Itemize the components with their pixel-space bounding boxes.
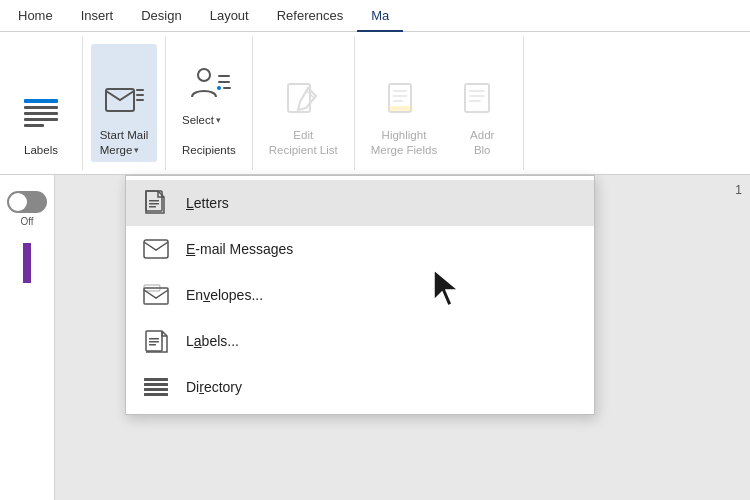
svg-rect-34	[149, 344, 156, 346]
tab-design[interactable]: Design	[127, 0, 195, 31]
directory-icon	[142, 373, 170, 401]
svg-rect-19	[389, 106, 411, 111]
svg-point-12	[217, 86, 221, 90]
address-icon	[457, 74, 507, 124]
ribbon-group-edit: Edit Recipient List	[253, 36, 355, 170]
menu-item-letters[interactable]: Letters	[126, 180, 594, 226]
svg-rect-38	[144, 393, 168, 396]
purple-bar	[23, 243, 31, 283]
start-mail-dropdown-arrow: ▾	[134, 145, 139, 157]
menu-item-envelopes-label: Envelopes...	[186, 287, 263, 303]
svg-rect-8	[136, 99, 144, 101]
svg-rect-7	[136, 94, 144, 96]
labels-icon	[16, 89, 66, 139]
menu-item-labels-menu[interactable]: Labels...	[126, 318, 594, 364]
menu-item-email-label: E-mail Messages	[186, 241, 293, 257]
email-icon	[142, 235, 170, 263]
svg-rect-29	[144, 288, 168, 304]
svg-rect-35	[144, 378, 168, 381]
svg-rect-25	[149, 200, 159, 202]
svg-rect-11	[218, 81, 230, 83]
menu-item-envelopes[interactable]: Envelopes...	[126, 272, 594, 318]
svg-rect-21	[469, 90, 485, 92]
svg-rect-33	[149, 341, 159, 343]
svg-rect-10	[218, 75, 230, 77]
svg-rect-2	[24, 112, 58, 115]
tab-insert[interactable]: Insert	[67, 0, 128, 31]
menu-item-email-messages[interactable]: E-mail Messages	[126, 226, 594, 272]
tab-bar: Home Insert Design Layout References Ma	[0, 0, 750, 32]
svg-rect-28	[144, 240, 168, 258]
svg-rect-37	[144, 388, 168, 391]
svg-rect-32	[149, 338, 159, 340]
start-mail-merge-label: Start Mail Merge ▾	[100, 128, 149, 158]
svg-rect-3	[24, 118, 58, 121]
select-recipients-dropdown-arrow: ▾	[216, 115, 221, 127]
toggle-knob	[9, 193, 27, 211]
ribbon-group-start-mail: Start Mail Merge ▾	[83, 36, 166, 170]
svg-rect-16	[393, 90, 407, 92]
left-panel: Off	[0, 175, 55, 500]
ribbon-group-select-recipients: Select ▾ Recipients	[166, 36, 253, 170]
start-mail-icon	[99, 74, 149, 124]
highlight-merge-fields-button[interactable]: Highlight Merge Fields	[363, 44, 445, 162]
menu-item-directory-label: Directory	[186, 379, 242, 395]
address-block-button[interactable]: Addr Blo	[449, 44, 515, 162]
labels-button-label: Labels	[24, 143, 58, 158]
ribbon-content: Labels Start Mail	[0, 32, 750, 174]
svg-rect-17	[393, 95, 407, 97]
menu-item-directory[interactable]: Directory	[126, 364, 594, 410]
tab-references[interactable]: References	[263, 0, 357, 31]
tab-layout[interactable]: Layout	[196, 0, 263, 31]
svg-point-9	[198, 69, 210, 81]
tab-mailings[interactable]: Ma	[357, 1, 403, 32]
svg-rect-36	[144, 383, 168, 386]
highlight-icon	[379, 74, 429, 124]
svg-rect-26	[149, 203, 159, 205]
page-number: 1	[735, 183, 742, 197]
select-recipients-icon	[184, 59, 234, 109]
svg-rect-22	[469, 95, 485, 97]
edit-recipient-label: Edit Recipient List	[269, 128, 338, 158]
menu-item-letters-label: Letters	[186, 195, 229, 211]
labels-button[interactable]: Labels	[8, 44, 74, 162]
svg-rect-1	[24, 106, 58, 109]
select-recipients-label: Select ▾ Recipients	[182, 113, 236, 158]
start-mail-merge-button[interactable]: Start Mail Merge ▾	[91, 44, 157, 162]
letters-icon	[142, 189, 170, 217]
ribbon-group-highlight: Highlight Merge Fields Addr Blo	[355, 36, 524, 170]
highlight-merge-fields-label: Highlight Merge Fields	[371, 128, 437, 158]
start-mail-merge-dropdown: Letters E-mail Messages Envelopes...	[125, 175, 595, 415]
tab-home[interactable]: Home	[4, 0, 67, 31]
edit-recipient-list-button[interactable]: Edit Recipient List	[261, 44, 346, 162]
toggle-off[interactable]	[7, 191, 47, 213]
ribbon: Home Insert Design Layout References Ma	[0, 0, 750, 175]
svg-rect-20	[465, 84, 489, 112]
svg-rect-0	[24, 99, 58, 103]
svg-rect-13	[223, 87, 231, 89]
svg-rect-23	[469, 100, 481, 102]
select-recipients-button[interactable]: Select ▾ Recipients	[174, 44, 244, 162]
labels-menu-icon	[142, 327, 170, 355]
svg-rect-6	[136, 89, 144, 91]
edit-recipient-icon	[278, 74, 328, 124]
address-block-label: Addr Blo	[470, 128, 494, 158]
svg-rect-27	[149, 206, 156, 208]
svg-rect-4	[24, 124, 44, 127]
envelopes-icon	[142, 281, 170, 309]
menu-item-labels-label: Labels...	[186, 333, 239, 349]
svg-rect-18	[393, 100, 403, 102]
ribbon-group-labels: Labels	[0, 36, 83, 170]
toggle-label: Off	[20, 216, 33, 227]
